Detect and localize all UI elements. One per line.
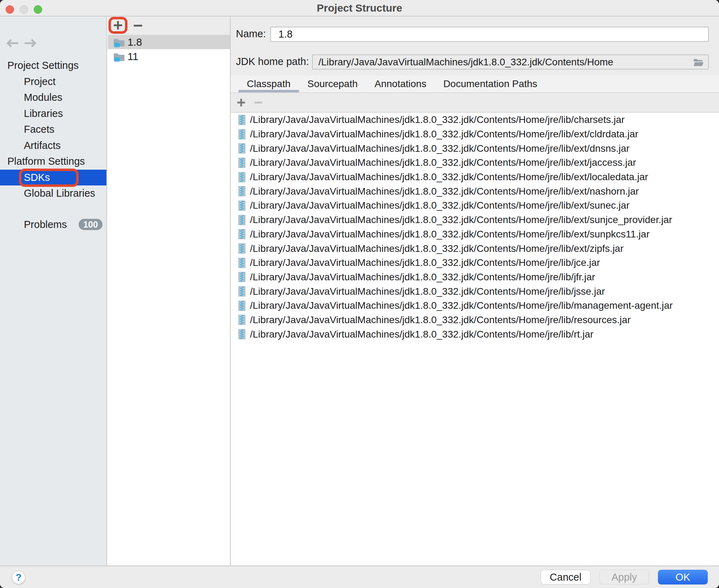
sidebar-item-label: Modules [24, 92, 62, 103]
jar-archive-icon [238, 329, 245, 339]
jar-row[interactable]: /Library/Java/JavaVirtualMachines/jdk1.8… [231, 227, 719, 242]
sidebar-item-problems[interactable]: Problems 100 [0, 216, 106, 233]
apply-button[interactable]: Apply [599, 570, 649, 584]
history-nav-arrows [5, 38, 37, 49]
sidebar-item-facets[interactable]: Facets [0, 122, 106, 138]
jdk-home-path-input[interactable]: /Library/Java/JavaVirtualMachines/jdk1.8… [312, 54, 709, 70]
jar-archive-icon [238, 186, 245, 196]
jar-row[interactable]: /Library/Java/JavaVirtualMachines/jdk1.8… [231, 313, 719, 327]
jar-archive-icon [238, 215, 245, 225]
sidebar-item-modules[interactable]: Modules [0, 90, 106, 106]
tab-label: Annotations [375, 78, 427, 90]
jar-path-text: /Library/Java/JavaVirtualMachines/jdk1.8… [250, 186, 639, 197]
jar-path-text: /Library/Java/JavaVirtualMachines/jdk1.8… [250, 243, 624, 254]
jar-path-text: /Library/Java/JavaVirtualMachines/jdk1.8… [250, 200, 629, 211]
back-arrow-icon[interactable] [8, 40, 18, 47]
sidebar-item-label: Facets [24, 124, 54, 135]
jar-archive-icon [238, 129, 245, 139]
name-input[interactable]: 1.8 [270, 27, 709, 42]
add-sdk-annotation-box [108, 17, 127, 34]
classpath-tab-bar: ClasspathSourcepathAnnotationsDocumentat… [231, 76, 719, 92]
jdk-folder-icon [113, 37, 125, 47]
tab-label: Documentation Paths [443, 78, 537, 90]
tab-annotations[interactable]: Annotations [366, 76, 435, 92]
sidebar-item-label: Libraries [24, 108, 63, 119]
jar-row[interactable]: /Library/Java/JavaVirtualMachines/jdk1.8… [231, 141, 719, 156]
jar-path-text: /Library/Java/JavaVirtualMachines/jdk1.8… [250, 114, 625, 125]
jar-archive-icon [238, 301, 245, 311]
jar-path-text: /Library/Java/JavaVirtualMachines/jdk1.8… [250, 171, 648, 183]
jar-path-text: /Library/Java/JavaVirtualMachines/jdk1.8… [250, 257, 600, 268]
forward-arrow-icon[interactable] [25, 40, 35, 47]
sidebar-item-label: Global Libraries [24, 188, 95, 199]
problems-count-badge: 100 [79, 219, 103, 230]
remove-sdk-button[interactable] [131, 17, 145, 34]
sidebar-item-project[interactable]: Project [0, 74, 106, 90]
jdk-home-path-value: /Library/Java/JavaVirtualMachines/jdk1.8… [318, 57, 613, 68]
sidebar-item-platform-settings[interactable]: Platform Settings [0, 153, 106, 170]
sidebar-item-label: Artifacts [24, 140, 61, 151]
jar-path-text: /Library/Java/JavaVirtualMachines/jdk1.8… [250, 157, 636, 168]
jar-row[interactable]: /Library/Java/JavaVirtualMachines/jdk1.8… [231, 213, 719, 227]
jar-row[interactable]: /Library/Java/JavaVirtualMachines/jdk1.8… [231, 327, 719, 341]
jar-row[interactable]: /Library/Java/JavaVirtualMachines/jdk1.8… [231, 113, 719, 127]
jar-row[interactable]: /Library/Java/JavaVirtualMachines/jdk1.8… [231, 170, 719, 184]
sdk-item-label: 1.8 [127, 36, 142, 48]
jar-archive-icon [238, 143, 245, 153]
jar-row[interactable]: /Library/Java/JavaVirtualMachines/jdk1.8… [231, 198, 719, 213]
sidebar-items: Project SettingsProjectModulesLibrariesF… [0, 58, 106, 202]
sidebar-item-global-libraries[interactable]: Global Libraries [0, 185, 106, 202]
sidebar-item-label: Platform Settings [7, 156, 85, 167]
main-area: Project SettingsProjectModulesLibrariesF… [0, 17, 719, 566]
sdk-list-toolbar [108, 17, 230, 34]
jdk-folder-icon [113, 51, 125, 62]
sidebar-item-label: Project Settings [7, 60, 79, 71]
sdk-config-area: Name: 1.8 JDK home path: /Library/Java/J… [231, 17, 719, 76]
settings-sidebar: Project SettingsProjectModulesLibrariesF… [0, 17, 107, 566]
sdk-list-item[interactable]: 11 [108, 49, 230, 64]
jar-row[interactable]: /Library/Java/JavaVirtualMachines/jdk1.8… [231, 156, 719, 170]
sdk-editor-panel: Name: 1.8 JDK home path: /Library/Java/J… [231, 17, 719, 566]
titlebar: Project Structure [0, 0, 719, 17]
tab-classpath[interactable]: Classpath [238, 76, 299, 92]
jar-row[interactable]: /Library/Java/JavaVirtualMachines/jdk1.8… [231, 270, 719, 285]
jar-path-text: /Library/Java/JavaVirtualMachines/jdk1.8… [250, 214, 672, 226]
java-cup-icon [114, 43, 120, 47]
browse-folder-icon[interactable] [693, 58, 704, 67]
jar-row[interactable]: /Library/Java/JavaVirtualMachines/jdk1.8… [231, 184, 719, 198]
remove-classpath-entry-button[interactable] [253, 93, 264, 112]
jar-row[interactable]: /Library/Java/JavaVirtualMachines/jdk1.8… [231, 299, 719, 313]
jar-row[interactable]: /Library/Java/JavaVirtualMachines/jdk1.8… [231, 256, 719, 270]
add-sdk-button[interactable] [113, 20, 123, 31]
jdk-home-path-label: JDK home path: [236, 56, 309, 67]
sidebar-item-sdks[interactable]: SDKs [0, 170, 106, 186]
sidebar-item-artifacts[interactable]: Artifacts [0, 138, 106, 154]
dialog-footer: ? Cancel Apply OK [0, 566, 719, 588]
sdk-item-label: 11 [127, 51, 138, 63]
jar-path-text: /Library/Java/JavaVirtualMachines/jdk1.8… [250, 286, 605, 297]
java-cup-icon [114, 57, 120, 61]
tab-documentation-paths[interactable]: Documentation Paths [435, 76, 546, 92]
jar-path-text: /Library/Java/JavaVirtualMachines/jdk1.8… [250, 229, 649, 240]
sidebar-item-project-settings[interactable]: Project Settings [0, 58, 106, 74]
tab-label: Sourcepath [308, 78, 358, 90]
jar-row[interactable]: /Library/Java/JavaVirtualMachines/jdk1.8… [231, 241, 719, 256]
tab-sourcepath[interactable]: Sourcepath [299, 76, 366, 92]
jar-row[interactable]: /Library/Java/JavaVirtualMachines/jdk1.8… [231, 284, 719, 299]
cancel-button[interactable]: Cancel [541, 570, 591, 584]
problems-label: Problems [24, 219, 67, 230]
sdk-list-panel: 1.8 11 [108, 17, 231, 566]
jar-archive-icon [238, 243, 245, 254]
jar-archive-icon [238, 229, 245, 239]
help-button[interactable]: ? [12, 571, 25, 584]
ok-button[interactable]: OK [658, 570, 708, 584]
jar-path-text: /Library/Java/JavaVirtualMachines/jdk1.8… [250, 300, 673, 311]
sidebar-item-libraries[interactable]: Libraries [0, 106, 106, 122]
name-field-label: Name: [236, 28, 266, 40]
add-classpath-entry-button[interactable] [236, 93, 246, 112]
sdk-list-item[interactable]: 1.8 [108, 35, 230, 49]
jar-archive-icon [238, 286, 245, 296]
tab-label: Classpath [247, 78, 291, 90]
jar-archive-icon [238, 258, 245, 268]
jar-row[interactable]: /Library/Java/JavaVirtualMachines/jdk1.8… [231, 127, 719, 142]
